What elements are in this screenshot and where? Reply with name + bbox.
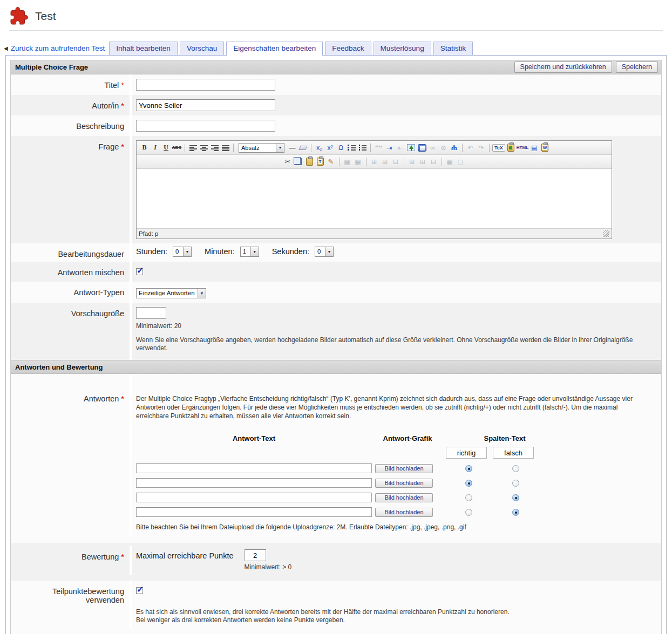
punkte-input[interactable]	[245, 549, 266, 561]
answer-2-falsch-radio[interactable]	[512, 480, 519, 487]
tab-statistik[interactable]: Statistik	[433, 42, 473, 55]
indent-icon[interactable]: ⇥	[384, 142, 395, 153]
undo-icon[interactable]: ↶	[465, 142, 476, 153]
answer-1-falsch-radio[interactable]	[512, 465, 519, 472]
insert-media-icon[interactable]	[417, 142, 427, 153]
horizontal-rule-icon[interactable]: —	[287, 142, 297, 153]
answer-4-input[interactable]	[136, 507, 372, 517]
answer-2-upload-button[interactable]: Bild hochladen	[375, 479, 433, 488]
row-vorschaugroesse: Vorschaugröße Minimalwert: 20 Wenn Sie e…	[11, 303, 661, 360]
paste-latex-icon[interactable]	[506, 142, 516, 153]
tab-inhalt-bearbeiten[interactable]: Inhalt bearbeiten	[109, 42, 178, 55]
bold-icon[interactable]: B	[139, 142, 150, 153]
answer-2-richtig-radio[interactable]	[465, 480, 472, 487]
superscript-icon[interactable]: x²	[325, 142, 335, 153]
blockquote-icon[interactable]: “”	[374, 142, 384, 153]
save-return-button-top[interactable]: Speichern und zurückkehren	[514, 62, 612, 73]
row-delete-icon[interactable]: ⊟	[429, 156, 439, 167]
answer-4-upload-button[interactable]: Bild hochladen	[375, 508, 433, 517]
bearbeitungsdauer-label: Bearbeitungsdauer	[58, 250, 124, 258]
titel-input[interactable]	[136, 79, 275, 91]
tab-eigenschaften-bearbeiten[interactable]: Eigenschaften bearbeiten	[226, 42, 323, 56]
italic-icon[interactable]: I	[150, 142, 160, 153]
stunden-select[interactable]: 0 ▼	[173, 247, 192, 257]
editor-content-area[interactable]	[137, 169, 612, 228]
sekunden-label: Sekunden:	[272, 247, 309, 256]
answer-4-falsch-radio[interactable]	[512, 509, 519, 516]
required-asterisk: *	[121, 142, 124, 151]
charmap-icon[interactable]: Ω	[336, 142, 346, 153]
table-properties-icon[interactable]: ▦	[353, 156, 363, 167]
align-right-icon[interactable]	[209, 142, 220, 153]
answer-3-upload-button[interactable]: Bild hochladen	[375, 493, 433, 502]
tab-vorschau[interactable]: Vorschau	[180, 42, 224, 55]
beschreibung-input[interactable]	[136, 120, 275, 132]
answer-3-input[interactable]	[136, 493, 372, 502]
outdent-icon[interactable]: ⇤	[395, 142, 405, 153]
save-button-top[interactable]: Speichern	[616, 62, 658, 73]
minuten-label: Minuten:	[205, 247, 235, 256]
answer-row-4: Bild hochladen	[136, 507, 656, 517]
link-icon[interactable]: ∞	[427, 142, 438, 153]
edit-html-icon[interactable]: ✎	[326, 156, 336, 167]
paste-icon[interactable]	[304, 156, 315, 167]
insert-image-icon[interactable]	[406, 142, 416, 153]
split-cells-icon[interactable]: ▢	[456, 156, 466, 167]
sekunden-select[interactable]: 0 ▼	[315, 247, 334, 257]
paste-from-word-icon[interactable]: W	[540, 142, 550, 153]
antwort-typen-select[interactable]: Einzeilige Antworten ▼	[136, 288, 206, 298]
insert-table-icon[interactable]: ▦	[342, 156, 352, 167]
minuten-select[interactable]: 1 ▼	[240, 247, 259, 257]
merge-cells-icon[interactable]: ▦	[445, 156, 455, 167]
cut-icon[interactable]: ✂	[283, 156, 293, 167]
editor-toolbar-row1: B I U ABC Absatz ▼	[137, 141, 612, 155]
row-frage: Frage * B I U ABC	[11, 136, 661, 243]
tex-button[interactable]: TeX	[492, 142, 505, 153]
row-insert-after-icon[interactable]: ⊞	[418, 156, 428, 167]
bullet-list-icon[interactable]	[347, 142, 357, 153]
align-justify-icon[interactable]	[220, 142, 230, 153]
row-teilpunkte: Teilpunktebewertung verwenden Es hat sic…	[11, 581, 661, 634]
vorschaugroesse-input[interactable]	[136, 307, 166, 319]
answer-2-input[interactable]	[136, 478, 372, 488]
format-select[interactable]: Absatz ▼	[239, 143, 284, 153]
subscript-icon[interactable]: x₂	[314, 142, 324, 153]
answer-1-upload-button[interactable]: Bild hochladen	[375, 464, 433, 473]
html-source-icon[interactable]: HTML	[517, 142, 528, 153]
autor-label: Autor/in	[92, 101, 119, 110]
col-delete-icon[interactable]: ⊟	[391, 156, 401, 167]
tab-feedback[interactable]: Feedback	[325, 42, 371, 55]
answer-3-richtig-radio[interactable]	[465, 494, 472, 501]
preview-icon[interactable]: ▤	[529, 142, 539, 153]
remove-format-icon[interactable]	[298, 142, 308, 153]
falsch-column-box: falsch	[493, 447, 534, 459]
tab-musterloesung[interactable]: Musterlösung	[374, 42, 431, 55]
redo-icon[interactable]: ↷	[476, 142, 486, 153]
unlink-icon[interactable]: ⊘	[438, 142, 449, 153]
anchor-icon[interactable]: Ψ	[449, 142, 459, 153]
col-insert-after-icon[interactable]: ⊞	[380, 156, 390, 167]
answer-4-richtig-radio[interactable]	[465, 509, 472, 516]
back-to-test-link[interactable]: ◀ Zurück zum aufrufenden Test	[3, 44, 109, 55]
answer-3-falsch-radio[interactable]	[512, 494, 519, 501]
answer-1-richtig-radio[interactable]	[465, 465, 472, 472]
paste-as-text-icon[interactable]: T	[315, 156, 325, 167]
align-left-icon[interactable]	[188, 142, 198, 153]
row-titel: Titel *	[11, 74, 661, 95]
resize-grip[interactable]	[603, 230, 609, 237]
mischen-checkbox[interactable]	[136, 268, 143, 275]
row-insert-before-icon[interactable]: ⊞	[407, 156, 417, 167]
antwort-typen-label: Antwort-Typen	[74, 288, 125, 297]
col-insert-before-icon[interactable]: ⊞	[369, 156, 379, 167]
answer-1-input[interactable]	[136, 463, 372, 473]
align-center-icon[interactable]	[199, 142, 209, 153]
autor-input[interactable]	[136, 99, 275, 111]
teilpunkte-checkbox[interactable]	[136, 587, 143, 594]
rich-text-editor: B I U ABC Absatz ▼	[136, 140, 612, 239]
app-header: Test	[0, 0, 672, 31]
underline-icon[interactable]: U	[161, 142, 171, 153]
format-select-arrow-icon: ▼	[276, 144, 284, 152]
strikethrough-icon[interactable]: ABC	[172, 142, 182, 153]
numbered-list-icon[interactable]	[357, 142, 368, 153]
copy-icon[interactable]	[294, 156, 304, 167]
